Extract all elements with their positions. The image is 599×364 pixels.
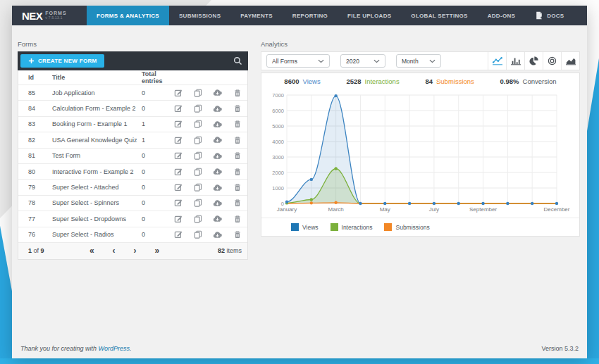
area-chart-button[interactable] <box>561 52 579 70</box>
edit-icon[interactable] <box>174 104 183 113</box>
doughnut-chart-button[interactable] <box>543 52 561 70</box>
edit-icon[interactable] <box>174 199 183 207</box>
export-icon[interactable] <box>213 88 222 97</box>
nav-item-label: PAYMENTS <box>240 13 273 19</box>
plus-icon <box>28 58 35 64</box>
row-id: 78 <box>28 199 52 206</box>
column-header-title: Title <box>52 74 142 81</box>
duplicate-icon[interactable] <box>194 120 202 128</box>
create-new-form-button[interactable]: CREATE NEW FORM <box>20 54 104 68</box>
analytics-filters: All Forms2020Month <box>261 52 441 70</box>
duplicate-icon[interactable] <box>194 230 202 239</box>
row-actions <box>174 183 242 192</box>
delete-icon[interactable] <box>233 136 242 144</box>
edit-icon[interactable] <box>174 183 183 192</box>
forms-table-body: 85Job Application084Calculation Form - E… <box>18 84 247 242</box>
nav-item-docs[interactable]: DOCS <box>525 6 574 25</box>
logo-version-text: v 7.5.13.1 <box>45 16 66 20</box>
row-total-entries: 1 <box>142 120 174 127</box>
line-chart-button[interactable] <box>488 52 506 70</box>
row-actions <box>174 167 242 176</box>
next-page-button[interactable]: › <box>134 246 137 255</box>
delete-icon[interactable] <box>233 215 242 223</box>
legend-swatch <box>291 223 299 231</box>
stat-value: 0.98% <box>500 77 519 85</box>
year-filter-select[interactable]: 2020 <box>340 54 385 68</box>
bar-chart-button[interactable] <box>506 52 524 70</box>
items-count: 82 items <box>218 247 242 254</box>
delete-icon[interactable] <box>233 104 242 113</box>
nav-item-submissions[interactable]: SUBMISSIONS <box>169 6 230 25</box>
export-icon[interactable] <box>213 135 222 144</box>
duplicate-icon[interactable] <box>194 151 202 160</box>
row-title: Calculation Form - Example 2 <box>52 105 142 112</box>
row-id: 85 <box>28 89 52 96</box>
nav-item-label: SUBMISSIONS <box>179 13 221 19</box>
export-icon[interactable] <box>213 199 222 208</box>
svg-text:July: July <box>429 206 439 213</box>
analytics-section: Analytics All Forms2020Month 8600Views25… <box>261 40 580 339</box>
analytics-chart[interactable]: 01000200030004000500060007000JanuaryMarc… <box>261 89 579 218</box>
edit-icon[interactable] <box>174 168 183 176</box>
export-icon[interactable] <box>213 151 222 161</box>
row-total-entries: 0 <box>142 215 174 222</box>
prev-page-button[interactable]: ‹ <box>113 246 116 255</box>
legend-label: Submissions <box>395 224 429 231</box>
delete-icon[interactable] <box>233 168 242 176</box>
export-icon[interactable] <box>213 183 222 192</box>
delete-icon[interactable] <box>233 89 242 97</box>
delete-icon[interactable] <box>233 199 242 207</box>
edit-icon[interactable] <box>174 151 183 160</box>
export-icon[interactable] <box>213 230 222 239</box>
delete-icon[interactable] <box>233 230 242 239</box>
period-filter-select[interactable]: Month <box>396 54 441 68</box>
nav-item-reporting[interactable]: REPORTING <box>283 6 338 25</box>
wordpress-link[interactable]: WordPress <box>99 345 130 352</box>
stat-label: Interactions <box>365 77 400 85</box>
delete-icon[interactable] <box>233 183 242 192</box>
pie-chart-button[interactable] <box>524 52 543 70</box>
search-icon[interactable] <box>233 56 242 65</box>
svg-text:4000: 4000 <box>272 139 284 145</box>
nav-item-global-settings[interactable]: GLOBAL SETTINGS <box>401 6 477 25</box>
export-icon[interactable] <box>213 120 222 129</box>
svg-text:January: January <box>277 206 297 213</box>
duplicate-icon[interactable] <box>194 215 202 223</box>
row-title: USA General Knowledge Quiz <box>52 137 142 144</box>
forms-toolbar: CREATE NEW FORM <box>18 51 248 70</box>
content-area: Forms CREATE NEW FORM Id Title Total ent… <box>12 25 587 339</box>
row-title: Super Select - Radios <box>52 231 142 238</box>
export-icon[interactable] <box>213 167 222 176</box>
edit-icon[interactable] <box>174 120 183 128</box>
duplicate-icon[interactable] <box>194 89 202 97</box>
nav-item-payments[interactable]: PAYMENTS <box>230 6 283 25</box>
form-filter-select[interactable]: All Forms <box>266 54 330 68</box>
edit-icon[interactable] <box>174 230 183 239</box>
delete-icon[interactable] <box>233 120 242 128</box>
first-page-button[interactable]: « <box>89 246 94 255</box>
nav-item-forms-analytics[interactable]: FORMS & ANALYTICS <box>87 6 169 25</box>
nav-item-file-uploads[interactable]: FILE UPLOADS <box>338 6 401 25</box>
row-actions <box>174 230 242 239</box>
duplicate-icon[interactable] <box>194 199 202 207</box>
row-title: Super Select - Attached <box>52 184 142 191</box>
top-navbar: NEX FORMS v 7.5.13.1 FORMS & ANALYTICSSU… <box>12 6 587 25</box>
delete-icon[interactable] <box>233 151 242 160</box>
duplicate-icon[interactable] <box>194 104 202 113</box>
row-actions <box>174 151 242 161</box>
legend-item-interactions: Interactions <box>331 223 373 231</box>
export-icon[interactable] <box>213 214 222 223</box>
duplicate-icon[interactable] <box>194 183 202 192</box>
nav-item-label: GLOBAL SETTINGS <box>411 13 467 19</box>
row-actions <box>174 120 242 129</box>
duplicate-icon[interactable] <box>194 136 202 144</box>
nav-item-add-ons[interactable]: ADD-ONS <box>478 6 525 25</box>
export-icon[interactable] <box>213 104 222 113</box>
last-page-button[interactable]: » <box>155 246 160 255</box>
duplicate-icon[interactable] <box>194 168 202 176</box>
table-row: 78Super Select - Spinners0 <box>18 195 247 211</box>
edit-icon[interactable] <box>174 89 183 97</box>
edit-icon[interactable] <box>174 215 183 223</box>
column-header-total-entries: Total entries <box>142 70 174 84</box>
edit-icon[interactable] <box>174 136 183 144</box>
